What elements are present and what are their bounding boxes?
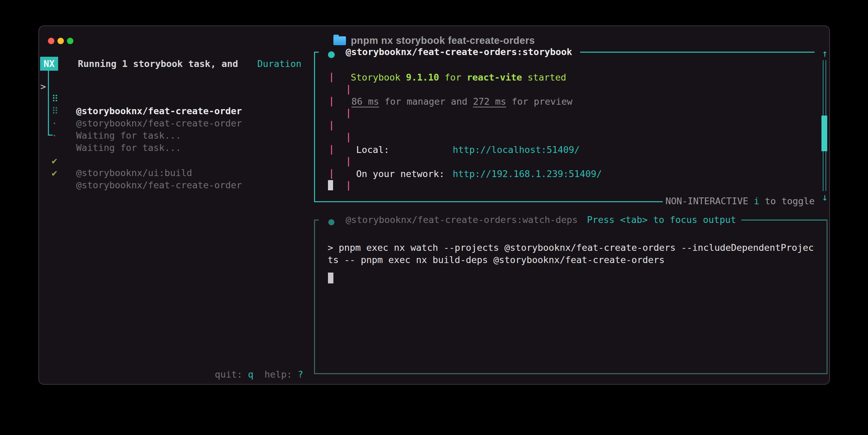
folder-icon bbox=[333, 36, 346, 45]
titlebar: pnpm nx storybook feat-create-orders bbox=[39, 35, 829, 46]
help-hint-label: help: bbox=[264, 369, 298, 380]
duration-column-header: Duration bbox=[257, 58, 301, 70]
scroll-up-icon[interactable]: ↑ bbox=[817, 47, 832, 59]
nx-logo-badge: NX bbox=[40, 57, 58, 71]
pink-bar bbox=[348, 85, 349, 94]
watch-panel-top-border bbox=[741, 220, 827, 221]
task-label: @storybooknx/feat-create-order bbox=[76, 179, 242, 191]
scrollbar-thumb[interactable] bbox=[821, 116, 827, 151]
watch-panel-right-border bbox=[827, 220, 828, 374]
storybook-version: 9.1.10 bbox=[406, 72, 439, 83]
pink-bar bbox=[331, 73, 332, 82]
pink-bar bbox=[348, 109, 349, 118]
waiting-dot-icon: · bbox=[52, 129, 57, 142]
non-interactive-hint: NON-INTERACTIVE i to toggle bbox=[665, 195, 815, 207]
pink-bar bbox=[348, 133, 349, 142]
help-key: ? bbox=[298, 369, 303, 380]
storybook-timing-line: 86 ms for manager and 272 ms for preview bbox=[351, 95, 572, 108]
terminal-cursor bbox=[328, 180, 333, 190]
local-url-label: Local: bbox=[356, 144, 389, 156]
pink-bar bbox=[331, 145, 332, 155]
terminal-cursor bbox=[328, 273, 333, 283]
completed-task-row[interactable]: ✔ @storybooknx/feat-create-order <1ms bbox=[39, 155, 304, 216]
check-icon: ✔ bbox=[52, 167, 57, 179]
focus-output-hint[interactable]: Press <tab> to focus output bbox=[587, 214, 736, 226]
storybook-panel-top-border bbox=[580, 52, 815, 53]
local-url-link[interactable]: http://localhost:51409/ bbox=[453, 144, 580, 156]
storybook-panel-status-dot bbox=[328, 51, 335, 58]
watch-panel-bottom-border bbox=[314, 373, 828, 374]
task-list-header: Running 1 storybook task, and bbox=[78, 58, 238, 70]
terminal-window: pnpm nx storybook feat-create-orders NX … bbox=[38, 25, 830, 385]
watch-command-line-2: ts -- pnpm exec nx build-deps @storybook… bbox=[328, 254, 665, 266]
watch-panel-left-border bbox=[314, 220, 315, 374]
watch-command-line-1: > pnpm exec nx watch --projects @storybo… bbox=[328, 242, 814, 254]
pink-bar bbox=[348, 157, 349, 167]
storybook-builder: react-vite bbox=[467, 72, 522, 83]
storybook-panel-left-border bbox=[314, 52, 315, 202]
network-url-label: On your network: bbox=[356, 168, 445, 180]
pink-bar bbox=[331, 97, 332, 106]
watch-panel-title: @storybooknx/feat-create-orders:watch-de… bbox=[346, 214, 578, 226]
watch-panel-status-dot bbox=[328, 219, 334, 225]
running-status-text: Running 1 storybook task, and bbox=[78, 58, 238, 69]
toggle-key: i bbox=[754, 196, 759, 206]
storybook-started-line: Storybook 9.1.10 for react-vite started bbox=[351, 71, 566, 84]
storybook-panel-bottom-border bbox=[314, 201, 663, 202]
pink-bar bbox=[348, 181, 349, 191]
preview-time: 272 ms bbox=[473, 96, 506, 107]
pink-bar bbox=[331, 121, 332, 130]
manager-time: 86 ms bbox=[351, 96, 379, 107]
scroll-down-icon[interactable]: ↓ bbox=[817, 191, 832, 203]
window-title: pnpm nx storybook feat-create-orders bbox=[351, 35, 535, 46]
quit-key: q bbox=[248, 369, 254, 380]
keyboard-hints: quit: q help: ? bbox=[215, 368, 303, 381]
quit-hint-label: quit: bbox=[215, 369, 248, 380]
network-url-link[interactable]: http://192.168.1.239:51409/ bbox=[453, 168, 602, 180]
pink-bar bbox=[331, 169, 332, 179]
storybook-panel-title: @storybooknx/feat-create-orders:storyboo… bbox=[346, 46, 572, 58]
